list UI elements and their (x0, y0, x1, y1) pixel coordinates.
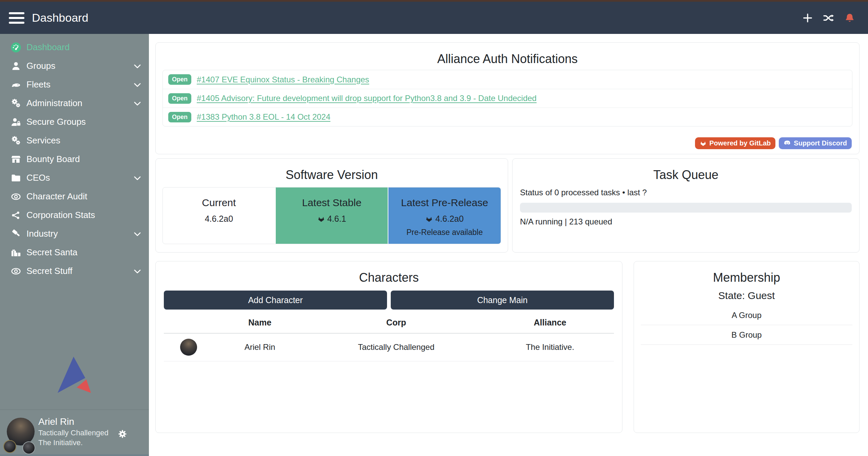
discord-icon (784, 140, 791, 146)
status-badge: Open (168, 93, 191, 104)
task-status-line: Status of 0 processed tasks • last ? (520, 188, 852, 197)
membership-title: Membership (634, 261, 859, 285)
version-latest-stable: Latest Stable 4.6.1 (275, 187, 388, 244)
sidebar-item-industry[interactable]: Industry (0, 224, 149, 243)
chevron-down-icon (133, 266, 142, 276)
sidebar-item-label: Administration (26, 98, 82, 108)
hamburger-menu-icon[interactable] (9, 12, 24, 24)
sidebar-item-fleets[interactable]: Fleets (0, 75, 149, 94)
gitlab-icon (425, 215, 433, 223)
task-queue-panel: Task Queue Status of 0 processed tasks •… (512, 158, 860, 253)
sidebar-item-services[interactable]: Services (0, 131, 149, 150)
chevron-down-icon (133, 99, 142, 108)
chevron-down-icon (133, 80, 142, 90)
sidebar-item-label: Groups (26, 61, 55, 71)
notification-link[interactable]: #1407 EVE Equinox Status - Breaking Chan… (197, 75, 369, 84)
gears-icon (9, 98, 22, 109)
sidebar-item-secret-stuff[interactable]: Secret Stuff (0, 262, 149, 280)
characters-title: Characters (156, 261, 622, 285)
sidebar-item-character-audit[interactable]: Character Audit (0, 187, 149, 206)
sidebar-item-label: Dashboard (26, 42, 70, 53)
sidebar-item-administration[interactable]: Administration (0, 94, 149, 113)
notifications-list: Open #1407 EVE Equinox Status - Breaking… (162, 70, 852, 126)
add-character-icon[interactable] (802, 12, 814, 24)
task-queue-title: Task Queue (520, 159, 852, 182)
sidebar-item-secure-groups[interactable]: Secure Groups (0, 113, 149, 131)
version-value: 4.6.1 (327, 214, 346, 224)
notification-row: Open #1407 EVE Equinox Status - Breaking… (163, 70, 852, 89)
share-nodes-icon (9, 210, 22, 221)
top-navbar: Dashboard (0, 2, 868, 34)
user-profile-block: Ariel Rin Tactically Challenged The Init… (6, 416, 143, 454)
store-icon (9, 154, 22, 165)
gitlab-icon (700, 140, 707, 147)
list-item: B Group (641, 325, 852, 345)
shuffle-icon[interactable] (823, 12, 835, 24)
user-name: Ariel Rin (38, 416, 109, 428)
sidebar-item-label: Industry (26, 229, 58, 239)
sidebar-item-ceos[interactable]: CEOs (0, 168, 149, 187)
notification-row: Open #1383 Python 3.8 EOL - 14 Oct 2024 (163, 107, 852, 126)
list-item: A Group (641, 305, 852, 325)
version-latest-prerelease: Latest Pre-Release 4.6.2a0 Pre-Release a… (388, 187, 501, 244)
sidebar-item-label: Secure Groups (26, 117, 86, 127)
gitlab-icon (317, 215, 325, 223)
software-version-panel: Software Version Current 4.6.2a0 Latest … (155, 158, 508, 253)
version-current: Current 4.6.2a0 (163, 187, 275, 244)
user-settings-gear-icon[interactable] (118, 429, 127, 440)
status-badge: Open (168, 74, 191, 85)
table-row: Ariel Rin Tactically Challenged The Init… (164, 333, 614, 361)
header-name: Name (213, 314, 306, 333)
user-icon (9, 60, 22, 72)
powered-by-gitlab-badge[interactable]: Powered by GitLab (695, 137, 775, 149)
alliance-logo-badge (22, 441, 35, 454)
header-portrait (164, 314, 213, 333)
sidebar-item-groups[interactable]: Groups (0, 57, 149, 75)
chevron-down-icon (133, 61, 142, 71)
notification-link[interactable]: #1383 Python 3.8 EOL - 14 Oct 2024 (197, 112, 330, 122)
change-main-button[interactable]: Change Main (391, 291, 614, 310)
gifts-icon (9, 247, 22, 258)
cell-corp: Tactically Challenged (306, 333, 486, 361)
notification-link[interactable]: #1405 Advisory: Future development will … (197, 94, 537, 103)
gears-icon (9, 135, 22, 146)
add-character-button[interactable]: Add Character (164, 291, 387, 310)
gauge-icon (9, 42, 22, 53)
sidebar-item-label: CEOs (26, 173, 50, 183)
sidebar-item-secret-santa[interactable]: Secret Santa (0, 243, 149, 262)
sidebar-divider (0, 410, 149, 410)
page-title: Dashboard (32, 11, 88, 24)
cell-name: Ariel Rin (213, 333, 306, 361)
notification-row: Open #1405 Advisory: Future development … (163, 89, 852, 107)
status-badge: Open (168, 112, 191, 122)
support-discord-badge[interactable]: Support Discord (779, 137, 852, 149)
sidebar-item-label: Bounty Board (26, 154, 80, 164)
sidebar-item-label: Secret Santa (26, 247, 77, 258)
sidebar-menu: Dashboard Groups (0, 34, 149, 280)
sidebar-item-corporation-stats[interactable]: Corporation Stats (0, 206, 149, 224)
version-label: Latest Pre-Release (388, 197, 501, 209)
notifications-title: Alliance Auth Notifications (156, 43, 859, 66)
sidebar: Dashboard Groups (0, 34, 149, 456)
alliance-auth-logo (57, 356, 92, 396)
notifications-panel: Alliance Auth Notifications Open #1407 E… (155, 42, 860, 154)
user-alliance: The Initiative. (38, 438, 109, 448)
chevron-down-icon (133, 229, 142, 239)
header-alliance: Alliance (486, 314, 614, 333)
sidebar-item-label: Corporation Stats (26, 210, 95, 220)
sidebar-item-label: Character Audit (26, 191, 87, 202)
main-content: Alliance Auth Notifications Open #1407 E… (149, 34, 868, 456)
header-corp: Corp (306, 314, 486, 333)
sidebar-bottom-strip (0, 454, 149, 456)
hammer-icon (9, 228, 22, 240)
gitlab-badge-label: Powered by GitLab (709, 139, 771, 147)
sidebar-item-bounty-board[interactable]: Bounty Board (0, 150, 149, 168)
sidebar-item-label: Fleets (26, 79, 51, 90)
version-value: 4.6.2a0 (205, 214, 233, 224)
notifications-bell-icon[interactable] (844, 12, 856, 24)
user-lock-icon (9, 116, 22, 128)
shuttle-icon (9, 79, 22, 91)
corp-logo-badge (3, 440, 16, 453)
prerelease-note: Pre-Release available (388, 228, 501, 237)
sidebar-item-dashboard[interactable]: Dashboard (0, 38, 149, 57)
